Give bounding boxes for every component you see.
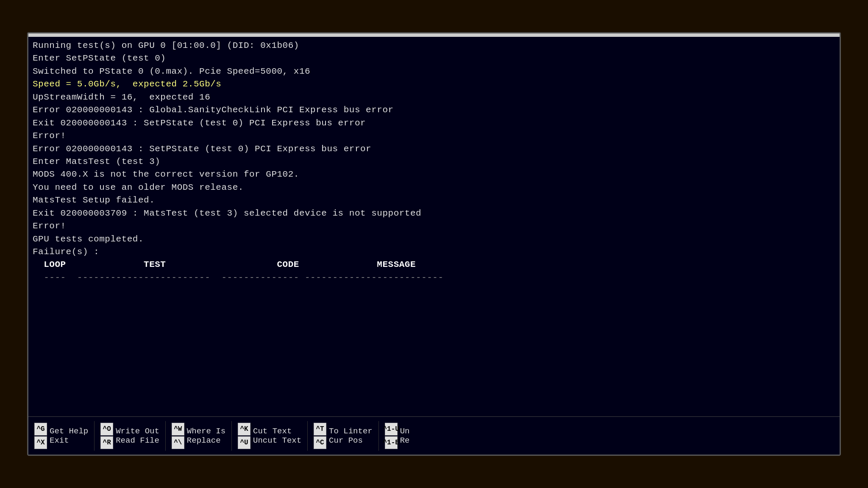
menu-label: Cut Text <box>253 427 301 436</box>
content-line-13: Exit 020000003709 : MatsTest (test 3) se… <box>33 207 835 220</box>
menu-label: Cur Pos <box>329 436 373 445</box>
content-line-11: You need to use an older MODS release. <box>33 181 835 194</box>
content-line-7: Error! <box>33 130 835 142</box>
content-line-19: ---- ------------------------ ----------… <box>33 272 835 284</box>
menu-label: Read File <box>116 436 159 445</box>
menu-label: Un <box>400 427 410 436</box>
content-line-15: GPU tests completed. <box>33 233 835 246</box>
menu-item-3[interactable]: ^K^UCut TextUncut Text <box>232 423 307 449</box>
content-line-5: Error 020000000143 : Global.SanityCheckL… <box>33 104 835 116</box>
menu-label: To Linter <box>329 427 373 436</box>
content-line-14: Error! <box>33 220 835 233</box>
content-line-12: MatsTest Setup failed. <box>33 194 835 207</box>
content-line-4: UpStreamWidth = 16, expected 16 <box>33 91 835 104</box>
menu-key-\[interactable]: ^\ <box>172 436 184 449</box>
menu-bar: ^G^XGet HelpExit^O^RWrite OutRead File^W… <box>28 416 840 455</box>
menu-item-2[interactable]: ^W^\Where IsReplace <box>166 423 231 449</box>
content-area: Running test(s) on GPU 0 [01:00.0] (DID:… <box>28 37 840 416</box>
menu-key-K[interactable]: ^K <box>238 423 250 435</box>
content-line-0: Running test(s) on GPU 0 [01:00.0] (DID:… <box>33 39 835 52</box>
menu-label: Uncut Text <box>253 436 301 445</box>
monitor: Running test(s) on GPU 0 [01:00.0] (DID:… <box>27 32 841 456</box>
content-line-2: Switched to PState 0 (0.max). Pcie Speed… <box>33 65 835 78</box>
content-line-3: Speed = 5.0Gb/s, expected 2.5Gb/s <box>33 78 835 91</box>
menu-key-X[interactable]: ^X <box>34 436 47 449</box>
content-line-1: Enter SetPState (test 0) <box>33 52 835 65</box>
menu-key-U[interactable]: ^U <box>238 436 250 449</box>
menu-label: Replace <box>187 436 225 445</box>
menu-label: Re <box>400 436 410 445</box>
menu-key-1-U[interactable]: ^1-U <box>385 423 398 435</box>
menu-key-G[interactable]: ^G <box>34 423 47 435</box>
menu-label: Write Out <box>116 427 159 436</box>
menu-item-1[interactable]: ^O^RWrite OutRead File <box>95 423 165 449</box>
content-line-8: Error 020000000143 : SetPState (test 0) … <box>33 143 835 155</box>
menu-label: Exit <box>50 436 88 445</box>
content-line-17: Failure(s) : <box>33 246 835 258</box>
menu-key-C[interactable]: ^C <box>314 436 326 449</box>
content-line-9: Enter MatsTest (test 3) <box>33 155 835 168</box>
menu-key-1-E[interactable]: ^1-E <box>385 436 398 449</box>
menu-item-0[interactable]: ^G^XGet HelpExit <box>28 423 94 449</box>
menu-key-O[interactable]: ^O <box>100 423 113 435</box>
content-line-6: Exit 020000000143 : SetPState (test 0) P… <box>33 117 835 130</box>
menu-item-5[interactable]: ^1-U^1-EUnRe <box>379 423 416 449</box>
title-bar <box>28 33 840 37</box>
menu-key-T[interactable]: ^T <box>314 423 326 435</box>
menu-label: Where Is <box>187 427 225 436</box>
content-line-18: LOOP TEST CODE MESSAGE <box>33 258 835 271</box>
menu-label: Get Help <box>50 427 88 436</box>
menu-key-W[interactable]: ^W <box>172 423 184 435</box>
content-line-10: MODS 400.X is not the correct version fo… <box>33 168 835 181</box>
menu-key-R[interactable]: ^R <box>100 436 113 449</box>
menu-item-4[interactable]: ^T^CTo LinterCur Pos <box>308 423 378 449</box>
